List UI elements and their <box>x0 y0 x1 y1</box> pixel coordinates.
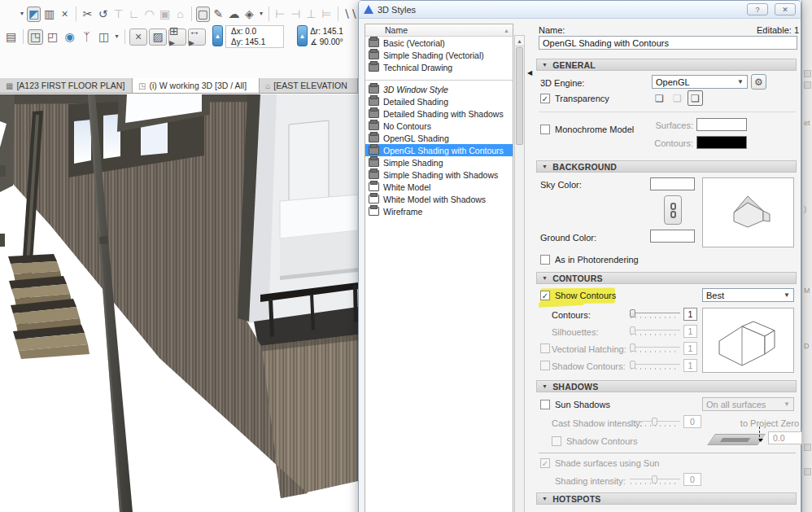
engine-settings-button[interactable]: ⚙ <box>751 74 766 90</box>
cast-shadow-slider[interactable] <box>630 418 680 429</box>
marquee-icon[interactable]: ▢ <box>196 7 210 22</box>
divider[interactable] <box>23 29 24 44</box>
list-item-no-contours[interactable]: No Contours <box>365 120 513 132</box>
dim-text-icon[interactable]: ⊥ <box>304 7 318 22</box>
as-in-photorendering-checkbox[interactable]: As in Photorendering <box>540 255 639 265</box>
transparency-mode-3-button[interactable]: ❏ <box>688 90 703 106</box>
contour-value[interactable]: 1 <box>683 359 697 372</box>
contour-slider[interactable] <box>630 361 680 372</box>
roof-tool-icon[interactable]: ⌂ <box>173 7 187 22</box>
tracker-dr[interactable]: Δr: 145.1 <box>310 26 343 37</box>
section-general[interactable]: ▼ GENERAL <box>536 59 797 71</box>
axonometry-view-icon[interactable]: ◰ <box>45 29 60 45</box>
pencil-icon[interactable]: ✎ <box>212 7 225 22</box>
contour-value[interactable]: 1 <box>683 342 697 355</box>
scroll-up-icon[interactable]: ▲ <box>515 36 524 46</box>
measure-icon[interactable]: ▥ <box>42 7 56 22</box>
view-mode-caret-icon[interactable]: ▾ <box>113 29 120 45</box>
monochrome-checkbox[interactable]: Monochrome Model <box>540 125 634 134</box>
link-colors-button[interactable] <box>664 195 682 225</box>
intersect-icon[interactable]: ∟ <box>127 7 141 22</box>
ground-color-swatch[interactable] <box>650 230 695 243</box>
close-view-button[interactable]: × <box>129 28 147 46</box>
list-item-basic-vectorial[interactable]: Basic (Vectorial) <box>365 37 513 49</box>
tab-east-elevation[interactable]: ⌂ [EAST ELEVATION <box>260 78 358 93</box>
label-icon[interactable]: ⊣ <box>289 7 303 22</box>
divider[interactable] <box>338 7 338 21</box>
section-contours[interactable]: ▼ CONTOURS <box>536 272 797 284</box>
list-item-simple-shading[interactable]: Simple Shading <box>365 156 513 168</box>
view-mode-icon[interactable]: ◫ <box>96 29 111 45</box>
show-contours-checkbox[interactable]: ✓ Show Contours <box>540 291 616 300</box>
walk-icon[interactable]: ᛉ <box>79 29 94 45</box>
list-item-wireframe[interactable]: Wireframe <box>365 205 513 217</box>
sun-shadows-surface-dropdown[interactable]: On all surfaces ▼ <box>702 397 794 411</box>
list-item-simple-shading-vectorial[interactable]: Simple Shading (Vectorial) <box>365 49 513 61</box>
list-scrollbar[interactable]: ▲ <box>514 35 525 512</box>
close-button[interactable]: ✕ <box>775 3 796 15</box>
lock-icon[interactable] <box>3 7 17 22</box>
surfaces-color-swatch[interactable] <box>696 118 747 131</box>
grid-snap-button[interactable]: ⊞ ▸ <box>168 28 186 46</box>
list-item-technical-drawing[interactable]: Technical Drawing <box>365 61 513 73</box>
pen-line-icon[interactable]: ∖∖ <box>343 7 358 22</box>
list-item-white-model[interactable]: White Model <box>365 181 513 193</box>
panel-collapse-arrow-icon[interactable]: ◀ <box>527 69 532 77</box>
list-item-detailed-shading[interactable]: Detailed Shading <box>365 95 513 107</box>
shadow-contours-checkbox[interactable]: Shadow Contours <box>552 436 637 446</box>
shadow-level-value[interactable]: 0.0 <box>768 431 802 444</box>
palette-caret-icon[interactable]: ▾ <box>258 7 264 22</box>
orbit-icon[interactable]: ◉ <box>62 29 77 45</box>
engine-dropdown[interactable]: OpenGL ▼ <box>652 75 748 89</box>
tracker-angle[interactable]: ∡ 90.00° <box>310 37 343 47</box>
list-separator[interactable] <box>365 73 513 81</box>
layers-icon[interactable]: ▤ <box>3 29 19 45</box>
trim-icon[interactable]: ↺ <box>96 7 110 22</box>
lock-caret-icon[interactable]: ▾ <box>19 7 25 22</box>
divider[interactable] <box>76 7 76 21</box>
cast-shadow-value[interactable]: 0 <box>683 415 701 428</box>
perspective-view-icon[interactable]: ◳ <box>28 29 43 45</box>
section-background[interactable]: ▼ BACKGROUND <box>536 160 797 173</box>
scissors-icon[interactable]: ✂ <box>81 7 94 22</box>
sky-color-swatch[interactable] <box>650 177 695 190</box>
tracker-dx[interactable]: Δx: 0.0 <box>231 26 278 37</box>
stretch-icon[interactable]: × <box>58 7 72 22</box>
section-hotspots[interactable]: ▼ HOTSPOTS <box>536 492 797 505</box>
checkbox-unchecked-icon[interactable] <box>540 361 550 370</box>
3d-viewport[interactable] <box>0 94 358 512</box>
help-button[interactable]: ? <box>747 3 768 15</box>
hatch-tool-button[interactable]: ▨ <box>149 28 167 46</box>
list-item-3d-window-style[interactable]: 3D Window Style <box>365 83 513 95</box>
contour-slider[interactable] <box>630 309 680 321</box>
list-item-simple-shading-with-shadows[interactable]: Simple Shading with Shadows <box>365 168 513 181</box>
adjust-icon[interactable]: ⊤ <box>111 7 125 22</box>
contours-color-swatch[interactable] <box>696 136 747 149</box>
contour-slider[interactable] <box>630 344 680 355</box>
transparency-mode-2-button[interactable]: ❏ <box>670 90 685 106</box>
style-name-input[interactable]: OpenGL Shading with Contours <box>539 36 797 50</box>
transparency-checkbox[interactable]: ✓ Transparency <box>540 94 609 103</box>
transparency-mode-1-button[interactable]: ❏ <box>652 90 667 106</box>
scroll-thumb[interactable] <box>516 47 523 145</box>
move-snap-button[interactable]: ↔ ▸ <box>188 28 206 46</box>
contour-value[interactable]: 1 <box>683 308 697 321</box>
dimension-icon[interactable]: ⊢ <box>273 7 287 22</box>
tab-working-3d[interactable]: ◳ (i) W working 3D [3D / All] × <box>133 78 260 93</box>
list-item-white-model-with-shadows[interactable]: White Model with Shadows <box>365 193 513 205</box>
list-item-opengl-shading[interactable]: OpenGL Shading <box>365 132 513 144</box>
tracker-dy[interactable]: Δy: 145.1 <box>231 37 278 47</box>
tab-first-floor-plan[interactable]: ▦ [A123 FIRST FLOOR PLAN] <box>0 78 133 93</box>
palette-icon[interactable]: ◈ <box>242 7 256 22</box>
divider[interactable] <box>124 29 125 44</box>
contour-quality-dropdown[interactable]: Best ▼ <box>702 288 794 302</box>
sun-shadows-checkbox[interactable]: Sun Shadows <box>540 400 610 409</box>
cloud-icon[interactable]: ☁ <box>227 7 241 22</box>
shading-intensity-slider[interactable] <box>630 475 680 487</box>
shade-surfaces-checkbox[interactable]: ✓ Shade surfaces using Sun <box>540 458 659 468</box>
list-item-detailed-shading-with-shadows[interactable]: Detailed Shading with Shadows <box>365 107 513 120</box>
contour-value[interactable]: 1 <box>683 325 697 338</box>
list-item-opengl-shading-with-contours[interactable]: OpenGL Shading with Contours <box>365 144 513 156</box>
section-shadows[interactable]: ▼ SHADOWS <box>536 380 797 392</box>
suspend-groups-icon[interactable]: ◩ <box>27 7 41 22</box>
